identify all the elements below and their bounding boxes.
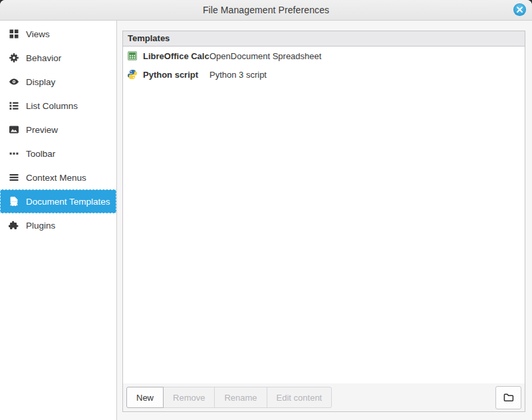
- template-name: LibreOffice Calc: [143, 51, 209, 61]
- sidebar-item-label: Context Menus: [26, 173, 86, 183]
- sidebar-item-label: List Columns: [26, 101, 78, 111]
- preferences-window: File Management Preferences Views Behavi…: [0, 0, 532, 420]
- gear-icon: [9, 52, 19, 63]
- sidebar-item-display[interactable]: Display: [0, 70, 116, 94]
- image-icon: [9, 124, 19, 135]
- dots-icon: [9, 148, 19, 159]
- open-templates-folder-button[interactable]: [495, 386, 521, 409]
- new-button[interactable]: New: [126, 387, 164, 408]
- rename-button[interactable]: Rename: [214, 387, 267, 408]
- sidebar-item-label: Preview: [26, 125, 58, 135]
- content-area: Templates LibreOffice Calc OpenDocument …: [117, 21, 532, 420]
- sidebar-item-label: Toolbar: [26, 149, 55, 159]
- templates-list: LibreOffice Calc OpenDocument Spreadshee…: [123, 47, 525, 383]
- template-actions-group: New Remove Rename Edit content: [126, 387, 332, 408]
- template-row-libreoffice-calc[interactable]: LibreOffice Calc OpenDocument Spreadshee…: [123, 47, 525, 65]
- template-description: OpenDocument Spreadsheet: [209, 51, 321, 61]
- templates-column-header[interactable]: Templates: [123, 31, 525, 47]
- sidebar-item-behavior[interactable]: Behavior: [0, 46, 116, 70]
- sidebar-item-label: Display: [26, 77, 55, 87]
- template-row-python-script[interactable]: Python script Python 3 script: [123, 65, 525, 84]
- window-title: File Management Preferences: [203, 5, 329, 15]
- sidebar: Views Behavior Display List Columns: [0, 21, 117, 420]
- sidebar-item-label: Views: [26, 29, 50, 39]
- sidebar-item-label: Plugins: [26, 221, 55, 231]
- document-template-icon: [9, 196, 19, 207]
- edit-content-button[interactable]: Edit content: [267, 387, 332, 408]
- sidebar-item-views[interactable]: Views: [0, 22, 116, 46]
- sidebar-item-plugins[interactable]: Plugins: [0, 213, 116, 237]
- template-description: Python 3 script: [209, 70, 267, 80]
- remove-button[interactable]: Remove: [163, 387, 215, 408]
- sidebar-item-list-columns[interactable]: List Columns: [0, 94, 116, 118]
- sidebar-item-context-menus[interactable]: Context Menus: [0, 165, 116, 189]
- open-folder-icon: [503, 391, 515, 403]
- sidebar-item-toolbar[interactable]: Toolbar: [0, 142, 116, 165]
- puzzle-icon: [9, 220, 19, 231]
- sidebar-item-document-templates[interactable]: Document Templates: [0, 189, 116, 213]
- grid-icon: [9, 29, 19, 39]
- templates-toolbar: New Remove Rename Edit content: [123, 383, 525, 411]
- main-area: Views Behavior Display List Columns: [0, 21, 532, 420]
- libreoffice-calc-icon: [127, 51, 138, 61]
- template-name: Python script: [143, 70, 209, 80]
- titlebar: File Management Preferences: [0, 0, 532, 21]
- list-icon: [9, 100, 19, 111]
- close-icon: [516, 6, 523, 13]
- sidebar-item-label: Document Templates: [26, 197, 110, 207]
- templates-panel: Templates LibreOffice Calc OpenDocument …: [122, 31, 525, 412]
- menu-icon: [9, 172, 19, 183]
- python-icon: [127, 69, 138, 80]
- sidebar-item-preview[interactable]: Preview: [0, 118, 116, 142]
- close-button[interactable]: [513, 3, 526, 16]
- eye-icon: [9, 76, 19, 87]
- sidebar-item-label: Behavior: [26, 53, 61, 63]
